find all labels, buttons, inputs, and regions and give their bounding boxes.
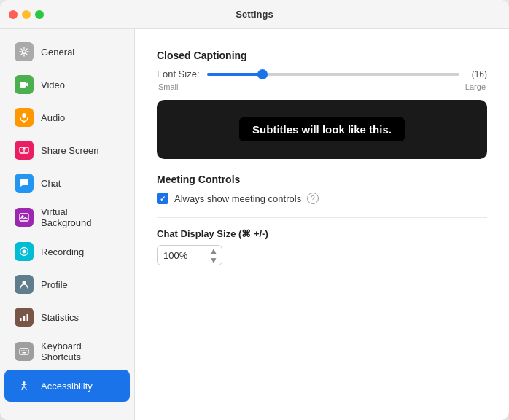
recording-icon xyxy=(15,242,34,261)
subtitle-preview: Subtitles will look like this. xyxy=(157,100,487,159)
sidebar-label-virtual-background: Virtual Background xyxy=(41,206,120,228)
content-area: General Video Audio Share Screen xyxy=(0,29,509,420)
main-content: Closed Captioning Font Size: (16) Small … xyxy=(135,29,509,420)
svg-point-18 xyxy=(23,381,26,384)
maximize-button[interactable] xyxy=(35,10,44,19)
chat-display-size-wrapper: 75% 100% 125% 150% 175% 200% ▲ ▼ xyxy=(157,245,222,265)
divider xyxy=(157,217,487,218)
audio-icon xyxy=(15,108,34,127)
slider-track xyxy=(207,73,459,76)
minimize-button[interactable] xyxy=(22,10,31,19)
sidebar-item-accessibility[interactable]: Accessibility xyxy=(4,370,130,402)
closed-captioning-title: Closed Captioning xyxy=(157,50,487,61)
settings-window: Settings General Video Audio xyxy=(0,0,509,420)
sidebar-item-audio[interactable]: Audio xyxy=(4,101,130,133)
svg-rect-11 xyxy=(23,316,26,321)
accessibility-icon xyxy=(15,376,34,395)
share-screen-icon xyxy=(15,141,34,160)
sidebar-label-keyboard-shortcuts: Keyboard Shortcuts xyxy=(41,341,120,362)
chat-display-title: Chat Display Size (⌘ +/-) xyxy=(157,228,487,239)
sidebar-item-statistics[interactable]: Statistics xyxy=(4,301,130,333)
sidebar-item-general[interactable]: General xyxy=(4,36,130,68)
svg-rect-5 xyxy=(20,214,28,221)
sidebar-item-video[interactable]: Video xyxy=(4,69,130,101)
meeting-controls-row: Always show meeting controls ? xyxy=(157,192,487,204)
slider-min-label: Small xyxy=(158,82,179,91)
chat-display-size-select[interactable]: 75% 100% 125% 150% 175% 200% xyxy=(157,245,222,265)
svg-rect-10 xyxy=(20,318,22,321)
sidebar-label-video: Video xyxy=(41,79,65,90)
svg-rect-12 xyxy=(27,314,29,321)
sidebar-label-statistics: Statistics xyxy=(41,312,79,323)
chat-icon xyxy=(15,174,34,192)
font-size-row: Font Size: (16) xyxy=(157,69,487,79)
virtual-background-icon xyxy=(15,208,34,227)
slider-value: (16) xyxy=(467,69,487,79)
slider-fill xyxy=(207,73,263,76)
slider-labels: Small Large xyxy=(157,82,487,91)
video-icon xyxy=(15,75,34,94)
general-icon xyxy=(15,42,34,61)
meeting-controls-title: Meeting Controls xyxy=(157,174,487,185)
svg-rect-2 xyxy=(23,113,26,118)
svg-rect-15 xyxy=(23,351,25,352)
sidebar-label-accessibility: Accessibility xyxy=(41,381,93,392)
slider-thumb[interactable] xyxy=(257,69,268,79)
font-size-label: Font Size: xyxy=(157,69,200,79)
profile-icon xyxy=(15,275,34,294)
svg-rect-14 xyxy=(21,351,23,352)
sidebar-item-share-screen[interactable]: Share Screen xyxy=(4,134,130,166)
sidebar-label-general: General xyxy=(41,47,74,58)
sidebar-label-share-screen: Share Screen xyxy=(41,145,99,156)
statistics-icon xyxy=(15,308,34,327)
sidebar-label-chat: Chat xyxy=(41,178,61,189)
close-button[interactable] xyxy=(9,10,18,19)
sidebar-label-recording: Recording xyxy=(41,246,84,257)
slider-max-label: Large xyxy=(465,82,486,91)
sidebar-label-audio: Audio xyxy=(41,112,65,123)
sidebar: General Video Audio Share Screen xyxy=(0,29,135,420)
sidebar-item-recording[interactable]: Recording xyxy=(4,236,130,268)
window-title: Settings xyxy=(236,9,273,20)
svg-point-0 xyxy=(23,50,26,54)
sidebar-label-profile: Profile xyxy=(41,279,68,290)
svg-point-9 xyxy=(23,281,26,284)
svg-point-8 xyxy=(23,250,26,254)
meeting-controls-help-icon[interactable]: ? xyxy=(307,192,319,204)
subtitle-text: Subtitles will look like this. xyxy=(239,117,405,141)
sidebar-item-profile[interactable]: Profile xyxy=(4,268,130,300)
svg-rect-1 xyxy=(20,82,26,88)
chat-display-section: Chat Display Size (⌘ +/-) 75% 100% 125% … xyxy=(157,228,487,265)
sidebar-item-chat[interactable]: Chat xyxy=(4,167,130,199)
svg-rect-16 xyxy=(26,351,27,352)
keyboard-shortcuts-icon xyxy=(15,342,34,361)
titlebar: Settings xyxy=(0,0,509,29)
always-show-meeting-controls-label: Always show meeting controls xyxy=(174,193,301,204)
font-size-slider-container[interactable] xyxy=(207,73,459,76)
sidebar-item-keyboard-shortcuts[interactable]: Keyboard Shortcuts xyxy=(4,334,130,369)
svg-rect-17 xyxy=(23,352,26,354)
traffic-lights xyxy=(9,10,44,19)
sidebar-item-virtual-background[interactable]: Virtual Background xyxy=(4,200,130,235)
always-show-meeting-controls-checkbox[interactable] xyxy=(157,192,168,204)
